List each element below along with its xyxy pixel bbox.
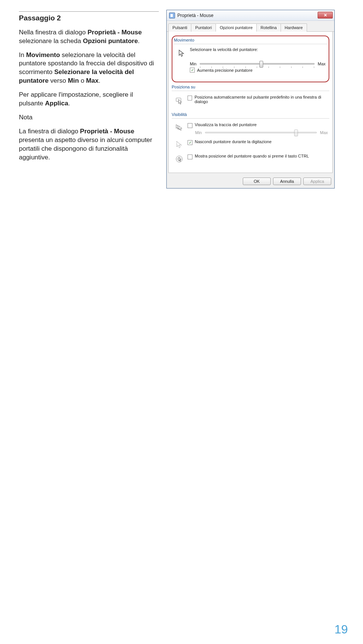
group-visibility-title: Visibilità [172,112,329,117]
close-icon: ✕ [324,13,327,18]
group-movement: Movimento Selezionare la velocità del pu… [174,38,327,76]
slider-min-label: Min [190,62,197,66]
trail-length-slider [205,132,317,133]
cursor-icon [175,47,188,59]
paragraph-2: In Movimento selezionare la velocità del… [19,51,159,86]
ctrl-locate-label: Mostra posizione del puntatore quando si… [195,154,309,158]
group-snap-title: Posiziona su [172,85,329,89]
page-number: 19 [334,622,348,636]
enhance-precision-checkbox[interactable]: ✓ [190,68,195,73]
highlight-ring: Movimento Selezionare la velocità del pu… [172,36,329,82]
window-icon [169,12,175,19]
step-heading: Passaggio 2 [19,11,159,23]
dialog-button-row: OK Annulla Applica [167,175,334,188]
paragraph-4: La finestra di dialogo Proprietà - Mouse… [19,127,159,162]
group-snap: Posiziona su Posiziona automaticamente s… [172,85,329,108]
close-button[interactable]: ✕ [318,12,333,19]
cancel-button[interactable]: Annulla [273,178,301,185]
group-movement-title: Movimento [174,38,327,42]
snap-icon [173,94,185,106]
slider-max-label: Max [318,62,326,66]
pointer-trail-label: Visualizza la traccia del puntatore [195,122,257,127]
group-visibility: Visibilità Visualizza la traccia del pun… [172,112,329,167]
ctrl-locate-checkbox[interactable] [188,154,192,159]
hide-typing-label: Nascondi puntatore durante la digitazion… [195,139,271,144]
paragraph-1: Nella finestra di dialogo Proprietà - Mo… [19,28,159,46]
snap-to-checkbox[interactable] [188,96,192,100]
instruction-column: Passaggio 2 Nella finestra di dialogo Pr… [0,8,166,188]
pointer-speed-slider[interactable] [200,63,315,65]
trail-min-label: Min [195,130,202,135]
enhance-precision-label: Aumenta precisione puntatore [197,68,253,73]
tab-wheel[interactable]: Rotellina [256,23,281,32]
trail-icon [173,122,185,134]
titlebar[interactable]: Proprietà - Mouse ✕ [167,10,334,21]
snap-to-label: Posiziona automaticamente sul pulsante p… [194,95,328,104]
tab-strip: Pulsanti Puntatori Opzioni puntatore Rot… [167,21,334,32]
hide-typing-checkbox[interactable]: ✓ [188,140,192,145]
hide-typing-icon [173,139,185,151]
tab-pointer-options[interactable]: Opzioni puntatore [216,23,257,32]
window-title: Proprietà - Mouse [177,13,213,18]
speed-label: Selezionare la velocità del puntatore: [190,47,326,52]
pointer-trail-checkbox[interactable] [188,123,192,128]
tab-hardware[interactable]: Hardware [281,23,307,32]
tab-panel: Movimento Selezionare la velocità del pu… [168,32,333,173]
tab-pointers[interactable]: Puntatori [191,23,216,32]
mouse-properties-dialog: Proprietà - Mouse ✕ Pulsanti Puntatori O… [166,10,335,188]
tab-buttons[interactable]: Pulsanti [168,23,191,32]
trail-max-label: Max [320,130,328,135]
paragraph-3: Per applicare l'impostazione, scegliere … [19,91,159,108]
note-label: Nota [19,113,159,122]
ctrl-locate-icon [173,153,185,165]
ok-button[interactable]: OK [243,178,271,185]
apply-button[interactable]: Applica [303,178,331,185]
